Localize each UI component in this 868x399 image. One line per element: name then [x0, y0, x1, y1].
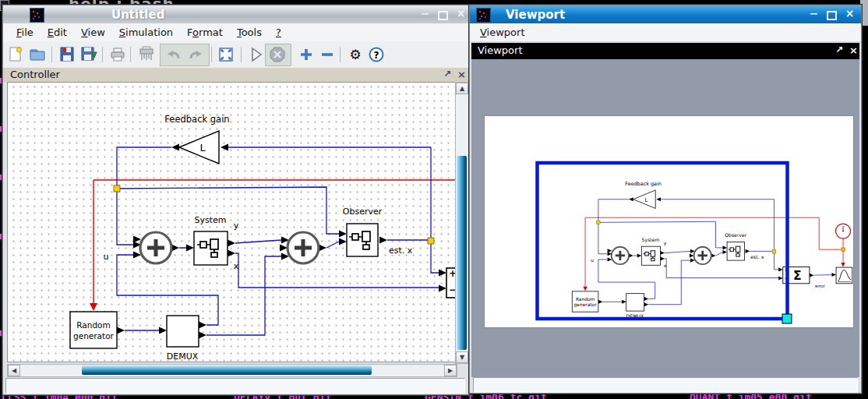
scroll-right-button[interactable]: ▶	[444, 365, 457, 376]
help-icon: ?	[366, 44, 386, 65]
app-icon	[30, 8, 44, 23]
redo-button[interactable]	[185, 44, 206, 65]
fit-to-view-button[interactable]	[216, 44, 236, 65]
v-scroll-thumb[interactable]	[457, 156, 467, 350]
toolbar: ⚙ ?	[3, 41, 469, 68]
scroll-left-button[interactable]: ◀	[8, 365, 20, 376]
new-document-icon	[5, 44, 26, 65]
status-bar	[5, 378, 465, 394]
stop-simulation-button[interactable]	[267, 44, 288, 65]
maximize-button[interactable]	[825, 9, 838, 20]
start-simulation-button[interactable]	[245, 44, 266, 65]
undock-icon[interactable]: ↗	[835, 44, 843, 55]
diagram-tab-bar: Controller ↗ ×	[3, 67, 469, 83]
status-bar	[473, 377, 858, 393]
h-scroll-thumb[interactable]	[82, 365, 372, 375]
close-button[interactable]: ×	[454, 9, 468, 20]
undo-icon	[164, 44, 184, 65]
viewport-mini-canvas[interactable]	[484, 115, 854, 328]
print-button[interactable]	[108, 44, 128, 65]
gear-icon: ⚙	[345, 44, 365, 65]
menu-view[interactable]: View	[74, 25, 112, 40]
window-title: Viewport	[506, 8, 565, 22]
settings-button[interactable]: ⚙	[345, 44, 365, 65]
viewport-window: Viewport − × Viewport Viewport ↗ ×	[469, 5, 862, 394]
open-button[interactable]	[27, 44, 48, 65]
maximize-button[interactable]	[436, 9, 450, 20]
close-panel-icon[interactable]: ×	[849, 44, 858, 56]
menu-simulation[interactable]: Simulation	[112, 25, 180, 40]
diagram-tab-title: Controller	[10, 69, 60, 80]
diagram-canvas[interactable]	[7, 82, 456, 362]
undock-icon[interactable]: ↗	[443, 69, 451, 79]
zoom-in-button[interactable]	[296, 44, 316, 65]
menu-file[interactable]: File	[9, 25, 41, 40]
window-title: Untitled	[111, 8, 164, 22]
export-button[interactable]	[79, 44, 99, 65]
viewport-mini-diagram[interactable]	[485, 116, 853, 327]
menu-viewport[interactable]: Viewport	[473, 25, 532, 40]
menu-bar: Viewport	[470, 23, 861, 42]
zoom-out-button[interactable]	[317, 44, 337, 65]
svg-text:?: ?	[374, 50, 379, 61]
viewport-panel-title: Viewport	[478, 44, 523, 56]
screen: help : bash CLSS_f_im04_e00.gif DELAYV_f…	[0, 0, 868, 399]
viewport-content	[471, 59, 859, 377]
minimize-button[interactable]: −	[807, 9, 820, 20]
svg-text:⚙: ⚙	[349, 47, 361, 62]
close-button[interactable]: ×	[843, 9, 856, 20]
title-bar[interactable]: Untitled − ×	[3, 5, 469, 23]
scicos-editor-window: Untitled − × File Edit View Simulation F…	[2, 5, 470, 395]
redo-icon	[185, 44, 206, 65]
menu-bar: File Edit View Simulation Format Tools ?	[3, 23, 469, 42]
delete-button[interactable]	[136, 44, 157, 65]
menu-tools[interactable]: Tools	[230, 25, 269, 40]
undo-button[interactable]	[164, 44, 184, 65]
scroll-down-button[interactable]: ▼	[456, 351, 468, 363]
open-folder-icon	[27, 44, 48, 65]
stop-icon	[267, 44, 288, 65]
menu-format[interactable]: Format	[180, 25, 230, 40]
view-region-resize-handle[interactable]	[782, 314, 792, 323]
v-scrollbar[interactable]: ▲ ▼	[455, 82, 470, 364]
h-scrollbar[interactable]: ◀ ▶	[7, 364, 457, 377]
minimize-button[interactable]: −	[418, 9, 432, 20]
scroll-up-button[interactable]: ▲	[456, 83, 468, 94]
print-icon	[108, 44, 128, 65]
play-icon	[245, 44, 266, 65]
export-icon	[79, 44, 99, 65]
save-button[interactable]	[57, 44, 77, 65]
zoom-out-icon	[317, 44, 337, 65]
new-document-button[interactable]	[5, 44, 26, 65]
fit-to-view-icon	[216, 44, 236, 65]
help-button[interactable]: ?	[366, 44, 386, 65]
shredder-icon	[136, 44, 157, 65]
close-panel-icon[interactable]: ×	[457, 69, 466, 80]
save-icon	[57, 44, 77, 65]
app-icon	[476, 8, 491, 23]
zoom-in-icon	[296, 44, 316, 65]
diagram[interactable]	[8, 83, 455, 362]
viewport-panel-bar: Viewport ↗ ×	[471, 43, 859, 59]
title-bar[interactable]: Viewport − ×	[470, 5, 861, 23]
menu-help[interactable]: ?	[269, 25, 288, 40]
menu-edit[interactable]: Edit	[41, 25, 74, 40]
